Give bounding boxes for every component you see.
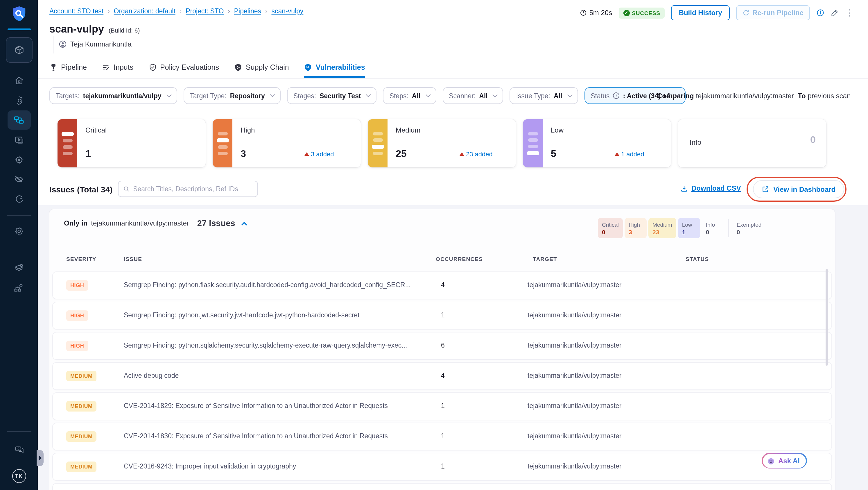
issue-title: Active debug code bbox=[124, 372, 179, 379]
help-chat-button[interactable]: ? bbox=[7, 440, 31, 459]
breadcrumb-pipelines[interactable]: Pipelines bbox=[234, 7, 261, 14]
info-button[interactable] bbox=[816, 9, 825, 17]
sidebar-item-home[interactable] bbox=[7, 71, 31, 90]
user-avatar[interactable]: TK bbox=[12, 469, 26, 483]
tab-pipeline[interactable]: Pipeline bbox=[50, 58, 87, 78]
sidebar-item-project-settings[interactable] bbox=[7, 221, 31, 241]
chip-medium[interactable]: Medium23 bbox=[648, 218, 676, 238]
medium-added-link[interactable]: 23 added bbox=[460, 151, 493, 157]
chevron-down-icon bbox=[166, 92, 172, 97]
chevron-up-icon[interactable] bbox=[241, 222, 247, 227]
more-options-button[interactable]: ⋮ bbox=[845, 10, 854, 16]
breadcrumb-account[interactable]: Account: STO test bbox=[50, 7, 103, 14]
sidebar-item-scans[interactable] bbox=[7, 91, 31, 110]
tab-vulnerabilities[interactable]: Vulnerabilities bbox=[304, 58, 365, 78]
occurrences: 1 bbox=[441, 311, 445, 318]
sidebar-item-targets[interactable] bbox=[7, 150, 31, 169]
severity-badge: MEDIUM bbox=[66, 371, 97, 381]
download-csv-link[interactable]: Download CSV bbox=[680, 184, 741, 192]
search-input[interactable] bbox=[133, 185, 253, 192]
shield-check-icon bbox=[149, 63, 157, 71]
issue-title: CVE-2016-9243: Improper input validation… bbox=[124, 463, 296, 470]
tab-supply-chain[interactable]: Supply Chain bbox=[234, 58, 289, 78]
filter-targets[interactable]: Targets:tejakummarikuntla/vulpy bbox=[50, 87, 177, 104]
sidebar-collapse-handle[interactable] bbox=[37, 450, 43, 466]
table-header: SEVERITY ISSUE OCCURRENCES TARGET STATUS bbox=[50, 256, 835, 264]
low-bar-icon bbox=[523, 119, 542, 167]
table-row[interactable]: MEDIUM Active debug code 4 tejakummariku… bbox=[53, 363, 831, 390]
high-added-link[interactable]: 3 added bbox=[304, 151, 334, 157]
sidebar-item-getting-started[interactable] bbox=[7, 189, 31, 209]
chip-exempted[interactable]: Exempted0 bbox=[733, 218, 766, 238]
severity-card-critical[interactable]: Critical 1 bbox=[58, 119, 206, 167]
table-row[interactable]: MEDIUM CVE-2014-1830: Exposure of Sensit… bbox=[53, 423, 831, 450]
medium-bar-icon bbox=[368, 119, 388, 167]
build-duration: 5m 20s bbox=[580, 9, 612, 17]
ask-ai-button[interactable]: Ask AI bbox=[762, 453, 807, 468]
user-connector-line bbox=[53, 36, 54, 54]
low-added-link[interactable]: 1 added bbox=[615, 151, 644, 157]
shield-search-icon bbox=[14, 95, 24, 105]
table-row[interactable]: HIGH Semgrep Finding: python.sqlalchemy.… bbox=[53, 333, 831, 359]
chip-low[interactable]: Low1 bbox=[678, 218, 700, 238]
home-icon bbox=[14, 75, 24, 86]
build-id: (Build Id: 6) bbox=[108, 27, 140, 34]
high-bar-icon bbox=[213, 119, 232, 167]
filter-stages[interactable]: Stages:Security Test bbox=[287, 87, 377, 104]
severity-card-low[interactable]: Low 5 1 added bbox=[523, 119, 671, 167]
severity-badge: MEDIUM bbox=[66, 401, 97, 411]
chip-critical[interactable]: Critical0 bbox=[598, 218, 623, 238]
inputs-icon bbox=[102, 63, 110, 71]
filter-target-type[interactable]: Target Type:Repository bbox=[184, 87, 281, 104]
harness-sto-logo-icon bbox=[10, 5, 28, 26]
tabs-divider bbox=[38, 78, 868, 79]
table-row[interactable]: MEDIUM CVE-2014-1829: Exposure of Sensit… bbox=[53, 393, 831, 420]
severity-card-info[interactable]: Info 0 bbox=[678, 119, 826, 167]
breadcrumb-current[interactable]: scan-vulpy bbox=[271, 7, 303, 14]
search-icon bbox=[123, 185, 130, 192]
issues-group-card: Only in tejakummarikuntla/vulpy:master 2… bbox=[49, 209, 835, 490]
eye-off-icon bbox=[13, 174, 24, 185]
table-row[interactable]: HIGH Semgrep Finding: python.flask.secur… bbox=[53, 272, 831, 299]
table-row-partial[interactable]: MEDIUM bbox=[53, 484, 831, 490]
rerun-pipeline-button[interactable]: Re-run Pipeline bbox=[736, 5, 810, 20]
severity-card-high[interactable]: High 3 3 added bbox=[213, 119, 361, 167]
target: tejakummarikuntla/vulpy:master bbox=[528, 372, 621, 379]
clock-icon bbox=[580, 9, 587, 16]
table-row[interactable]: HIGH Semgrep Finding: python.jwt.securit… bbox=[53, 302, 831, 329]
module-selector-button[interactable] bbox=[5, 37, 32, 63]
sidebar-item-default-settings[interactable] bbox=[7, 259, 31, 278]
severity-card-medium[interactable]: Medium 25 23 added bbox=[368, 119, 516, 167]
chip-divider bbox=[728, 219, 728, 237]
filter-issue-type[interactable]: Issue Type:All bbox=[510, 87, 578, 104]
occurrences: 4 bbox=[441, 372, 445, 379]
tab-policy-evaluations[interactable]: Policy Evaluations bbox=[149, 58, 219, 78]
target-icon bbox=[14, 154, 24, 165]
info-count: 0 bbox=[810, 134, 816, 146]
sidebar-item-executions[interactable] bbox=[7, 130, 31, 149]
hierarchy-gear-icon bbox=[13, 282, 24, 294]
target: tejakummarikuntla/vulpy:master bbox=[528, 463, 621, 470]
table-row[interactable]: MEDIUM CVE-2016-9243: Improper input val… bbox=[53, 453, 831, 480]
build-history-button[interactable]: Build History bbox=[671, 5, 730, 20]
triangle-up-icon bbox=[615, 152, 619, 156]
chip-high[interactable]: High3 bbox=[625, 218, 647, 238]
sidebar-item-org-settings[interactable] bbox=[7, 278, 31, 298]
tab-inputs[interactable]: Inputs bbox=[102, 58, 133, 78]
filter-scanner[interactable]: Scanner:All bbox=[442, 87, 503, 104]
filter-steps[interactable]: Steps:All bbox=[383, 87, 436, 104]
chip-info[interactable]: Info0 bbox=[702, 218, 724, 238]
table-scrollbar-thumb[interactable] bbox=[826, 269, 828, 366]
logo-underline bbox=[7, 29, 31, 30]
group-header[interactable]: Only in tejakummarikuntla/vulpy:master 2… bbox=[64, 219, 246, 228]
edit-pipeline-button[interactable] bbox=[831, 9, 839, 17]
sidebar-item-security-review[interactable] bbox=[7, 170, 31, 189]
issues-search[interactable] bbox=[118, 181, 258, 197]
sidebar-item-pipelines[interactable] bbox=[7, 111, 31, 130]
main-content: Account: STO test› Organization: default… bbox=[38, 0, 868, 490]
breadcrumb-organization[interactable]: Organization: default bbox=[114, 7, 176, 14]
page-title-row: scan-vulpy (Build Id: 6) bbox=[50, 23, 140, 35]
breadcrumb-project[interactable]: Project: STO bbox=[186, 7, 224, 14]
view-in-dashboard-button[interactable]: View in Dashboard bbox=[753, 180, 844, 198]
header-actions: 5m 20s ✓ SUCCESS Build History Re-run Pi… bbox=[580, 5, 854, 20]
